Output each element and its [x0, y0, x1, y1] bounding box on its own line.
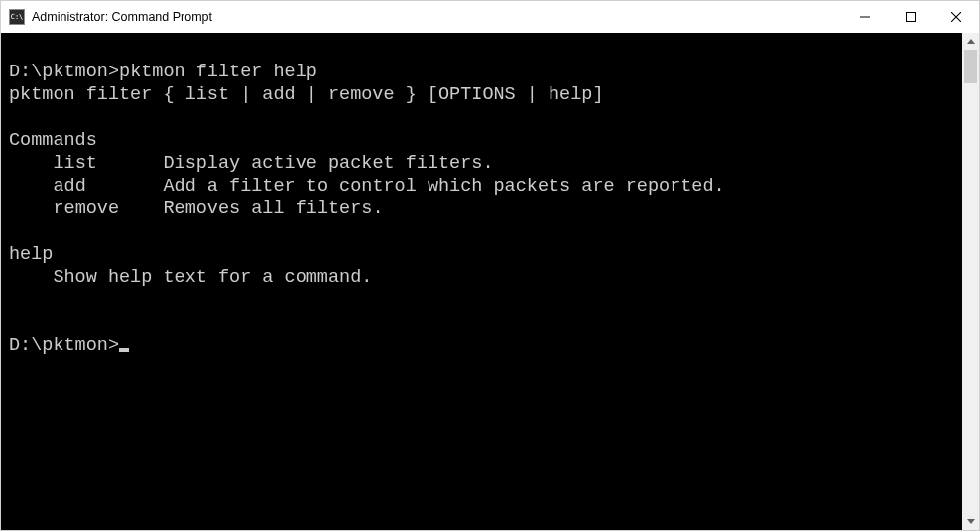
window-title: Administrator: Command Prompt [32, 10, 212, 24]
titlebar[interactable]: C:\ Administrator: Command Prompt [1, 1, 979, 33]
terminal-text-line: Show help text for a command. [9, 266, 962, 289]
command-help-row: list Display active packet filters. [9, 152, 962, 175]
command-desc: Display active packet filters. [163, 153, 493, 174]
command-name: add [53, 176, 163, 197]
cmd-app-icon: C:\ [9, 9, 25, 25]
terminal-text-line: help [9, 243, 962, 266]
terminal-text-line: Commands [9, 129, 962, 152]
command-help-row: add Add a filter to control which packet… [9, 175, 962, 198]
scrollbar-track[interactable] [962, 50, 979, 513]
svg-rect-1 [907, 13, 916, 22]
minimize-icon [860, 12, 870, 22]
command-desc: Add a filter to control which packets ar… [163, 176, 724, 197]
command-name: remove [53, 199, 163, 219]
vertical-scrollbar[interactable] [962, 33, 979, 530]
terminal-text-line: pktmon filter { list | add | remove } [O… [9, 83, 962, 106]
client-area: D:\pktmon>pktmon filter helppktmon filte… [1, 33, 979, 530]
scroll-up-arrow-icon[interactable] [962, 33, 979, 50]
scrollbar-thumb[interactable] [964, 50, 977, 83]
command-desc: Removes all filters. [163, 199, 383, 219]
minimize-button[interactable] [842, 1, 888, 33]
scroll-down-arrow-icon[interactable] [962, 513, 979, 530]
close-icon [951, 12, 961, 22]
close-button[interactable] [933, 1, 979, 33]
maximize-button[interactable] [888, 1, 933, 33]
prompt-text: D:\pktmon> [9, 62, 119, 82]
prompt-text: D:\pktmon> [9, 335, 119, 356]
terminal-prompt-line: D:\pktmon>pktmon filter help [9, 61, 962, 83]
terminal-blank-line [9, 289, 962, 312]
terminal-output[interactable]: D:\pktmon>pktmon filter helppktmon filte… [1, 33, 962, 530]
terminal-prompt-line: D:\pktmon> [9, 334, 962, 357]
cursor-icon [119, 348, 129, 352]
terminal-blank-line [9, 312, 962, 334]
command-help-row: remove Removes all filters. [9, 198, 962, 220]
maximize-icon [906, 12, 916, 22]
terminal-blank-line [9, 106, 962, 129]
terminal-blank-line [9, 220, 962, 243]
command-name: list [53, 153, 163, 174]
command-prompt-window: C:\ Administrator: Command Prompt D:\pkt… [0, 0, 980, 531]
entered-command: pktmon filter help [119, 62, 317, 82]
